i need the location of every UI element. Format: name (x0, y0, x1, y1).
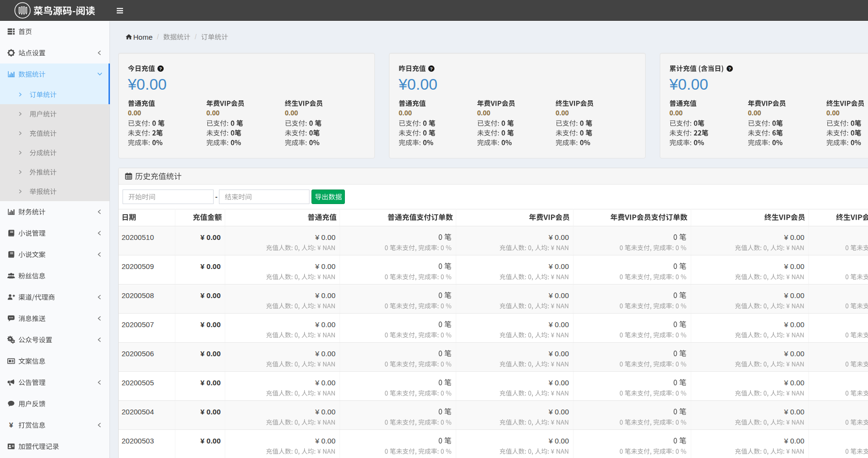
svg-text:?: ? (430, 66, 433, 71)
svg-text:?: ? (728, 66, 731, 71)
svg-text:?: ? (159, 66, 162, 71)
